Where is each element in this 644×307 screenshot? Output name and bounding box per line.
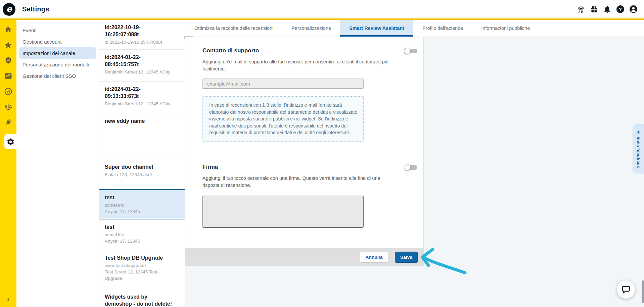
sidebar-item-gestione-account[interactable]: Gestione account [19, 36, 96, 47]
privacy-info-text: In caso di recensioni con 1-3 stelle, l'… [209, 102, 358, 136]
channel-subtitle: Benjamin Street 12, 12345 ACity [105, 69, 175, 75]
channel-title: Test Shop DB Upgrade [105, 254, 172, 261]
channel-list-item[interactable]: Super doo channel Flalala 123, 12345 asd… [99, 159, 185, 189]
svg-text:?: ? [619, 7, 622, 12]
signature-title: Firma [202, 163, 218, 171]
channel-subtitle: id:2022-10-19-16:25:07:088t [105, 39, 175, 45]
chat-bubble-icon [620, 284, 631, 295]
toggle-knob [404, 48, 411, 54]
fingerprint-icon[interactable] [577, 5, 586, 14]
toggle-knob [404, 164, 411, 171]
feedback-label: Invia feedback [636, 137, 641, 168]
feedback-star-icon: ★ [636, 130, 641, 135]
channel-title: test [105, 194, 172, 201]
channel-title: id:2024-01-22-08:45:15:757t [105, 54, 172, 68]
channel-list-item[interactable]: Widgets used by demoshop - do not delete… [99, 289, 185, 307]
brand-accent-line [0, 18, 644, 20]
shield-check-icon[interactable] [4, 56, 13, 65]
channel-subtitle: someUrls [105, 232, 175, 238]
sidebar-item-gestione-client-sso[interactable]: Gestione dei client SSO [19, 70, 96, 82]
channel-title: Widgets used by demoshop - do not delete… [105, 293, 172, 307]
page-title: Settings [22, 5, 49, 13]
settings-sidebar: Eventi Gestione account Impostazioni del… [16, 20, 99, 307]
cancel-button[interactable]: Annulla [360, 252, 388, 263]
channel-title: test [105, 223, 172, 231]
channel-list-item[interactable]: id:2022-10-19-16:25:07:088t id:2022-10-1… [99, 20, 185, 50]
account-icon[interactable] [629, 5, 638, 14]
support-contact-toggle[interactable] [404, 48, 417, 54]
channel-title: id:2024-01-22-09:13:33:673t [105, 86, 172, 100]
support-contact-title: Contatto di supporto [202, 47, 259, 54]
sidebar-item-personalizzazione-dei-modelli[interactable]: Personalizzazione dei modelli [19, 59, 96, 70]
channel-subtitle: Anystr. 17, 12345 [105, 238, 175, 244]
svg-text:e: e [7, 89, 10, 94]
channel-list-item[interactable]: new eddy name [99, 113, 185, 159]
notifications-bell-icon[interactable] [603, 5, 612, 14]
brand-logo: e [3, 3, 15, 16]
channel-list-item[interactable]: id:2024-01-22-09:13:33:673t Benjamin Str… [99, 82, 185, 113]
sidebar-item-eventi[interactable]: Eventi [19, 24, 96, 36]
channel-list: id:2022-10-19-16:25:07:088t id:2022-10-1… [99, 20, 185, 307]
top-app-bar: e Settings [0, 0, 644, 18]
channel-title: Super doo channel [105, 163, 172, 170]
channel-subtitle: Test Street 12, 12345 Test-Upgrade [105, 269, 175, 282]
tab-panel-smart-review-assistant: Contatto di supporto Aggiungi un'e-mail … [185, 37, 644, 307]
support-email-input[interactable] [202, 79, 364, 89]
workspace: Ottimizza la raccolta delle recensioni P… [185, 20, 644, 307]
channel-title: new eddy name [105, 117, 172, 124]
channel-list-item[interactable]: Test Shop DB Upgrade www.test.dbupgrade … [99, 250, 185, 289]
tab-bar: Ottimizza la raccolta delle recensioni P… [185, 20, 644, 37]
chat-widget-button[interactable] [617, 280, 635, 299]
star-icon[interactable] [4, 41, 13, 49]
channel-subtitle: someUrls [105, 202, 175, 208]
topbar-icons: ? [577, 5, 638, 14]
signature-toggle[interactable] [404, 164, 417, 171]
home-icon[interactable] [4, 25, 13, 34]
help-icon[interactable]: ? [616, 5, 625, 14]
channel-list-item[interactable]: id:2024-01-22-08:45:15:757t Benjamin Str… [99, 50, 185, 82]
nav-rail: e › [0, 20, 16, 307]
hand-drawn-arrow-annotation [418, 247, 472, 278]
support-contact-section: Contatto di supporto Aggiungi un'e-mail … [202, 37, 417, 142]
brand-logo-letter: e [6, 4, 12, 14]
integrations-plug-icon[interactable] [4, 118, 13, 126]
tab-informazioni-pubbliche[interactable]: Informazioni pubbliche [472, 20, 539, 37]
channel-subtitle: www.test.dbupgrade [105, 262, 175, 269]
ekomi-logo-icon[interactable]: e [4, 87, 13, 96]
save-button[interactable]: Salva [395, 252, 418, 263]
legal-scales-icon[interactable] [4, 102, 13, 111]
page-scrollbar-thumb[interactable] [642, 280, 644, 303]
tab-ottimizza-raccolta[interactable]: Ottimizza la raccolta delle recensioni [185, 20, 282, 37]
signature-section: Firma Aggiungi il tuo tocco personale co… [202, 154, 417, 229]
settings-gear-icon[interactable] [4, 134, 16, 149]
tab-smart-review-assistant[interactable]: Smart Review Assistant [340, 20, 413, 37]
channel-title: id:2022-10-19-16:25:07:088t [105, 24, 172, 38]
rail-expand-chevron-icon[interactable]: › [0, 296, 16, 303]
sidebar-item-impostazioni-del-canale[interactable]: Impostazioni del canale [19, 47, 96, 59]
channel-subtitle: Benjamin Street 12, 12345 ACity [105, 101, 175, 107]
privacy-info-box: In caso di recensioni con 1-3 stelle, l'… [202, 96, 364, 142]
signature-textarea[interactable] [202, 196, 364, 228]
signature-description: Aggiungi il tuo tocco personale con una … [202, 175, 392, 189]
gift-icon[interactable] [590, 5, 599, 14]
channel-list-item-selected[interactable]: test someUrls Anystr. 17, 12345 [99, 189, 185, 219]
tab-profilo-azienda[interactable]: Profilo dell'azienda [413, 20, 472, 37]
send-feedback-tab[interactable]: ★ Invia feedback [633, 124, 644, 173]
performance-chart-icon[interactable] [4, 71, 13, 80]
settings-form-card: Contatto di supporto Aggiungi un'e-mail … [185, 37, 424, 266]
channel-subtitle: Flalala 123, 12345 asdf [105, 171, 175, 178]
support-contact-description: Aggiungi un'e-mail di supporto alle tue … [202, 58, 392, 72]
channel-list-item[interactable]: test someUrls Anystr. 17, 12345 [99, 219, 185, 250]
tab-personalizzazione[interactable]: Personalizzazione [282, 20, 340, 37]
channel-subtitle: Anystr. 17, 12345 [105, 208, 175, 215]
form-action-bar: Annulla Salva [185, 248, 423, 266]
